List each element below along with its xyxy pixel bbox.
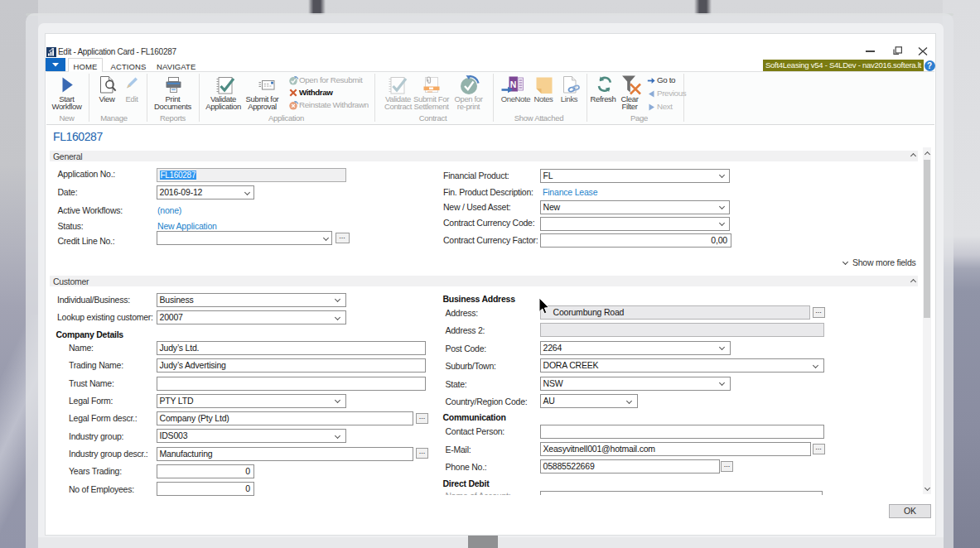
svg-text:N: N [509, 79, 516, 89]
